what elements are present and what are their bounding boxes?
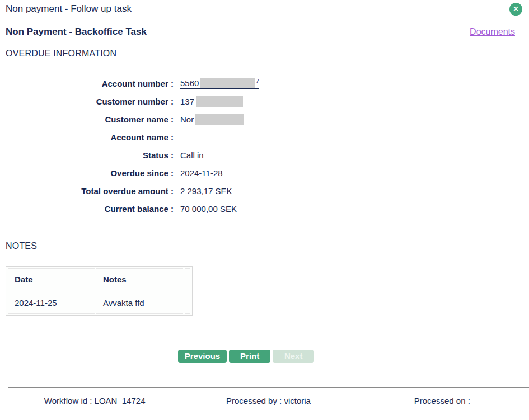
note-text-cell: Avvakta ffd xyxy=(96,292,183,314)
action-buttons: Previous Print Next xyxy=(0,350,529,363)
previous-button[interactable]: Previous xyxy=(178,350,227,363)
redaction-box xyxy=(200,78,255,88)
overdue-fields: Account number : 5560 7 Customer number … xyxy=(0,74,529,218)
account-number-partial-digit: 7 xyxy=(255,78,259,83)
field-value: 2024-11-28 xyxy=(180,168,223,178)
notes-col-date: Date xyxy=(8,268,95,290)
overdue-section-heading: OVERDUE INFORMATION xyxy=(6,49,523,59)
field-label: Status : xyxy=(0,150,174,160)
close-button[interactable]: ✕ xyxy=(509,3,522,16)
customer-name-visible: Nor xyxy=(180,115,194,124)
field-label: Total overdue amount : xyxy=(0,186,174,196)
field-total-overdue-amount: Total overdue amount : 2 293,17 SEK xyxy=(0,182,529,200)
titlebar: Non payment - Follow up task ✕ xyxy=(0,0,529,18)
section-divider xyxy=(6,254,521,254)
note-date-cell: 2024-11-25 xyxy=(8,292,95,314)
notes-table-header-row: Date Notes xyxy=(8,268,190,290)
field-account-name: Account name : xyxy=(0,128,529,146)
footer: Workflow id : LOAN_14724 Processed by : … xyxy=(8,387,529,405)
redaction-box xyxy=(196,96,243,107)
account-number-visible: 5560 xyxy=(180,78,199,88)
notes-col-notes: Notes xyxy=(96,268,183,290)
print-button[interactable]: Print xyxy=(229,350,270,363)
field-label: Account name : xyxy=(0,133,174,142)
field-status: Status : Call in xyxy=(0,146,529,164)
field-customer-number: Customer number : 137 xyxy=(0,92,529,110)
note-empty-cell xyxy=(185,292,190,314)
page-title: Non Payment - Backoffice Task xyxy=(6,26,147,37)
field-label: Account number : xyxy=(0,79,174,88)
redaction-box xyxy=(195,114,244,125)
field-label: Customer number : xyxy=(0,97,174,106)
field-current-balance: Current balance : 70 000,00 SEK xyxy=(0,200,529,218)
field-customer-name: Customer name : Nor xyxy=(0,110,529,128)
field-label: Customer name : xyxy=(0,115,174,124)
next-button[interactable]: Next xyxy=(273,350,314,363)
table-row: 2024-11-25 Avvakta ffd xyxy=(8,292,190,314)
field-overdue-since: Overdue since : 2024-11-28 xyxy=(0,164,529,182)
subheader: Non Payment - Backoffice Task Documents xyxy=(0,18,529,41)
field-label: Overdue since : xyxy=(0,168,174,178)
field-label: Current balance : xyxy=(0,204,174,214)
documents-link[interactable]: Documents xyxy=(470,27,515,37)
field-value: 70 000,00 SEK xyxy=(180,204,237,214)
field-value: Call in xyxy=(180,150,204,160)
notes-table: Date Notes 2024-11-25 Avvakta ffd xyxy=(6,266,193,316)
field-account-number: Account number : 5560 7 xyxy=(0,74,529,92)
processed-on: Processed on : xyxy=(355,396,529,405)
task-dialog: Non payment - Follow up task ✕ Non Payme… xyxy=(0,0,529,420)
dialog-title: Non payment - Follow up task xyxy=(6,3,132,15)
notes-col-empty xyxy=(185,268,190,290)
customer-number-visible: 137 xyxy=(180,97,194,106)
workflow-id: Workflow id : LOAN_14724 xyxy=(8,396,181,405)
account-number-link[interactable]: 5560 7 xyxy=(180,78,259,89)
section-divider xyxy=(6,62,521,62)
processed-by: Processed by : victoria xyxy=(181,396,355,405)
close-x-icon: ✕ xyxy=(513,6,518,12)
notes-section-heading: NOTES xyxy=(6,241,523,251)
field-value: 2 293,17 SEK xyxy=(180,186,232,196)
